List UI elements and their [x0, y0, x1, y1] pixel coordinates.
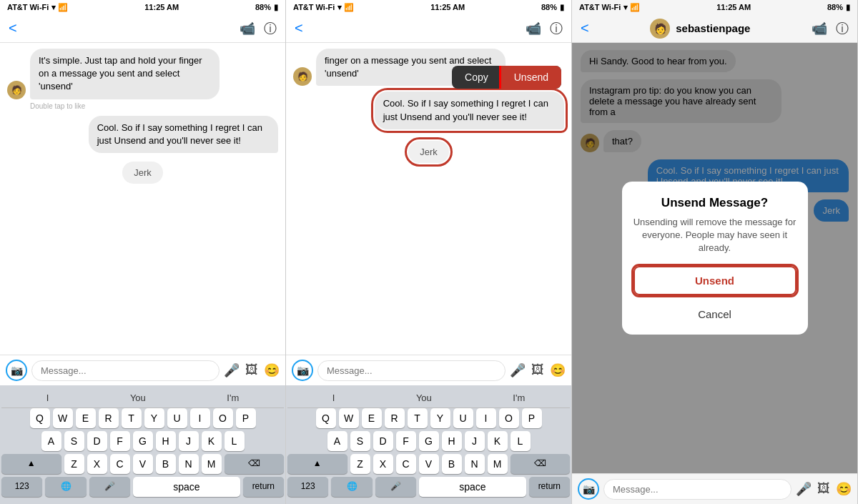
key-h[interactable]: H	[156, 431, 176, 451]
video-icon-3[interactable]: 📹	[812, 21, 827, 36]
key2-x[interactable]: X	[373, 454, 393, 474]
key-q[interactable]: Q	[30, 408, 50, 428]
key-c[interactable]: C	[110, 454, 130, 474]
photo-icon-1[interactable]: 🖼	[245, 362, 258, 378]
mic-icon-3[interactable]: 🎤	[796, 481, 812, 497]
suggestion-i-1[interactable]: I	[41, 391, 55, 405]
key2-q[interactable]: Q	[316, 408, 336, 428]
key2-space[interactable]: space	[419, 477, 526, 497]
suggestion-im-1[interactable]: I'm	[221, 391, 245, 405]
suggestion-you-2[interactable]: You	[410, 391, 438, 405]
key2-s[interactable]: S	[350, 431, 370, 451]
sticker-icon-1[interactable]: 😊	[264, 362, 280, 378]
suggestion-i-2[interactable]: I	[327, 391, 341, 405]
key-z[interactable]: Z	[64, 454, 84, 474]
key-backspace[interactable]: ⌫	[225, 454, 285, 474]
key2-t[interactable]: T	[408, 408, 428, 428]
key-p[interactable]: P	[236, 408, 256, 428]
key2-globe[interactable]: 🌐	[331, 477, 372, 497]
key-r[interactable]: R	[99, 408, 119, 428]
photo-icon-2[interactable]: 🖼	[531, 362, 544, 378]
back-button-1[interactable]: <	[9, 20, 17, 36]
key-globe[interactable]: 🌐	[45, 477, 86, 497]
key2-d[interactable]: D	[373, 431, 393, 451]
key2-l[interactable]: L	[511, 431, 531, 451]
key-e[interactable]: E	[76, 408, 96, 428]
key-m[interactable]: M	[202, 454, 222, 474]
key2-mic[interactable]: 🎤	[375, 477, 416, 497]
info-icon-3[interactable]: ⓘ	[836, 20, 849, 37]
key-j[interactable]: J	[179, 431, 199, 451]
key2-123[interactable]: 123	[287, 477, 328, 497]
key2-n[interactable]: N	[465, 454, 485, 474]
key-g[interactable]: G	[133, 431, 153, 451]
mic-icon-2[interactable]: 🎤	[510, 362, 526, 378]
key2-e[interactable]: E	[362, 408, 382, 428]
key2-h[interactable]: H	[442, 431, 462, 451]
key2-u[interactable]: U	[453, 408, 473, 428]
key-y[interactable]: Y	[144, 408, 164, 428]
key2-z[interactable]: Z	[350, 454, 370, 474]
key2-p[interactable]: P	[522, 408, 542, 428]
key-return[interactable]: return	[243, 477, 284, 497]
copy-menu-item[interactable]: Copy	[452, 66, 501, 89]
suggestion-you-1[interactable]: You	[124, 391, 152, 405]
key2-b[interactable]: B	[442, 454, 462, 474]
modal-unsend-button[interactable]: Unsend	[633, 266, 797, 295]
camera-button-3[interactable]: 📷	[578, 478, 599, 500]
video-icon-2[interactable]: 📹	[526, 21, 541, 36]
key-l[interactable]: L	[225, 431, 245, 451]
key2-j[interactable]: J	[465, 431, 485, 451]
suggestion-im-2[interactable]: I'm	[507, 391, 531, 405]
key2-return[interactable]: return	[529, 477, 570, 497]
message-input-3[interactable]	[603, 479, 792, 500]
sticker-icon-2[interactable]: 😊	[550, 362, 566, 378]
key2-i[interactable]: I	[476, 408, 496, 428]
key2-k[interactable]: K	[488, 431, 508, 451]
back-button-3[interactable]: <	[581, 20, 589, 36]
key2-m[interactable]: M	[488, 454, 508, 474]
key2-f[interactable]: F	[396, 431, 416, 451]
info-icon-1[interactable]: ⓘ	[264, 20, 277, 37]
photo-icon-3[interactable]: 🖼	[817, 481, 830, 497]
key2-c[interactable]: C	[396, 454, 416, 474]
key-space[interactable]: space	[133, 477, 240, 497]
message-input-2[interactable]	[317, 360, 506, 381]
key-i[interactable]: I	[190, 408, 210, 428]
key-d[interactable]: D	[87, 431, 107, 451]
key-f[interactable]: F	[110, 431, 130, 451]
key2-o[interactable]: O	[499, 408, 519, 428]
back-button-2[interactable]: <	[295, 20, 303, 36]
key-shift[interactable]: ▲	[1, 454, 61, 474]
key-o[interactable]: O	[213, 408, 233, 428]
mic-icon-1[interactable]: 🎤	[224, 362, 240, 378]
key2-backspace[interactable]: ⌫	[511, 454, 571, 474]
key2-y[interactable]: Y	[430, 408, 450, 428]
key-t[interactable]: T	[122, 408, 142, 428]
video-icon-1[interactable]: 📹	[240, 21, 255, 36]
key-w[interactable]: W	[53, 408, 73, 428]
message-input-1[interactable]	[31, 360, 220, 381]
key2-w[interactable]: W	[339, 408, 359, 428]
camera-button-2[interactable]: 📷	[292, 360, 313, 381]
camera-button-1[interactable]: 📷	[6, 360, 27, 381]
key-123[interactable]: 123	[1, 477, 42, 497]
modal-cancel-button[interactable]: Cancel	[633, 301, 797, 327]
key-a[interactable]: A	[41, 431, 61, 451]
key-k[interactable]: K	[202, 431, 222, 451]
sticker-icon-3[interactable]: 😊	[836, 481, 852, 497]
key2-a[interactable]: A	[327, 431, 347, 451]
info-icon-2[interactable]: ⓘ	[550, 20, 563, 37]
key-v[interactable]: V	[133, 454, 153, 474]
key-mic[interactable]: 🎤	[89, 477, 130, 497]
unsend-menu-item[interactable]: Unsend	[501, 66, 561, 89]
key-x[interactable]: X	[87, 454, 107, 474]
key2-g[interactable]: G	[419, 431, 439, 451]
key2-v[interactable]: V	[419, 454, 439, 474]
key-u[interactable]: U	[167, 408, 187, 428]
key2-shift[interactable]: ▲	[287, 454, 347, 474]
key-n[interactable]: N	[179, 454, 199, 474]
key2-r[interactable]: R	[385, 408, 405, 428]
key-s[interactable]: S	[64, 431, 84, 451]
key-b[interactable]: B	[156, 454, 176, 474]
